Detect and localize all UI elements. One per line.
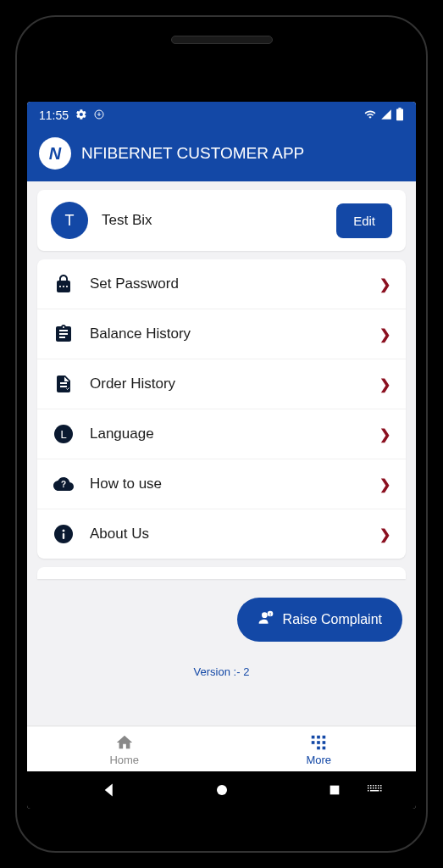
svg-rect-9 — [63, 533, 64, 539]
battery-icon — [396, 108, 404, 124]
chevron-right-icon: ❯ — [379, 526, 390, 542]
home-button[interactable] — [205, 782, 239, 798]
svg-text:?: ? — [61, 480, 66, 489]
svg-point-8 — [63, 530, 65, 532]
svg-rect-18 — [323, 741, 326, 744]
profile-name: Test Bix — [102, 212, 323, 229]
menu-item-set-password[interactable]: Set Password ❯ — [37, 259, 406, 309]
signal-icon — [380, 108, 392, 123]
svg-rect-36 — [370, 790, 379, 792]
svg-rect-26 — [375, 785, 377, 787]
content-area: T Test Bix Edit Set Password ❯ — [27, 181, 416, 726]
svg-rect-28 — [380, 785, 382, 787]
nav-home[interactable]: Home — [27, 726, 222, 771]
menu-label: Order History — [90, 376, 364, 392]
chevron-right-icon: ❯ — [379, 326, 390, 342]
svg-rect-30 — [370, 787, 372, 789]
raise-complaint-button[interactable]: ! Raise Complaint — [237, 598, 402, 642]
more-grid-icon — [309, 733, 328, 752]
status-left: 11:55 — [39, 108, 104, 123]
wifi-icon — [363, 108, 377, 123]
keyboard-button[interactable] — [358, 785, 392, 795]
svg-rect-33 — [378, 787, 379, 789]
status-bar: 11:55 — [27, 102, 416, 129]
screen: 11:55 — [27, 102, 416, 809]
complaint-row: ! Raise Complaint — [37, 587, 406, 643]
recents-button[interactable] — [318, 783, 352, 797]
receipt-icon — [53, 373, 75, 395]
menu-item-balance-history[interactable]: Balance History ❯ — [37, 309, 406, 359]
help-cloud-icon: ? — [53, 473, 75, 495]
svg-rect-17 — [317, 741, 320, 744]
lock-icon — [53, 273, 75, 295]
version-text: Version :- 2 — [37, 652, 406, 687]
phone-frame: 11:55 — [0, 0, 443, 868]
svg-rect-29 — [368, 787, 369, 789]
home-icon — [115, 733, 134, 752]
person-alert-icon: ! — [257, 609, 274, 630]
bottom-nav: Home More — [27, 726, 416, 771]
svg-rect-31 — [373, 787, 374, 789]
system-nav-bar — [27, 771, 416, 809]
menu-item-how-to-use[interactable]: ? How to use ❯ — [37, 459, 406, 509]
svg-rect-27 — [378, 785, 379, 787]
svg-rect-16 — [312, 741, 315, 744]
avatar: T — [51, 202, 88, 239]
app-header: N NFIBERNET CUSTOMER APP — [27, 129, 416, 181]
menu-list: Set Password ❯ Balance History ❯ — [37, 259, 406, 559]
gear-icon — [75, 108, 87, 123]
menu-item-about-us[interactable]: About Us ❯ — [37, 509, 406, 559]
back-button[interactable] — [92, 782, 126, 798]
chevron-right-icon: ❯ — [379, 426, 390, 442]
svg-rect-35 — [368, 790, 369, 792]
svg-rect-14 — [317, 736, 320, 739]
menu-label: Set Password — [90, 275, 364, 292]
svg-rect-20 — [323, 747, 326, 750]
logo-letter: N — [49, 144, 61, 164]
menu-label: Balance History — [90, 326, 364, 342]
menu-label: About Us — [90, 526, 364, 542]
svg-rect-25 — [373, 785, 374, 787]
svg-rect-15 — [323, 736, 326, 739]
svg-rect-23 — [368, 785, 369, 787]
svg-rect-22 — [329, 786, 339, 795]
svg-rect-37 — [380, 790, 382, 792]
phone-inner: 11:55 — [15, 15, 428, 853]
nav-more-label: More — [306, 754, 331, 766]
svg-rect-24 — [370, 785, 372, 787]
svg-rect-34 — [380, 787, 382, 789]
svg-point-21 — [217, 785, 227, 795]
status-right — [363, 108, 404, 124]
nav-more[interactable]: More — [222, 726, 417, 771]
status-time: 11:55 — [39, 108, 69, 122]
svg-point-10 — [262, 612, 268, 618]
menu-item-language[interactable]: L Language ❯ — [37, 409, 406, 459]
profile-card: T Test Bix Edit — [37, 190, 406, 251]
stub-card — [37, 567, 406, 579]
svg-rect-32 — [375, 787, 377, 789]
svg-rect-19 — [317, 747, 320, 750]
svg-rect-2 — [398, 108, 401, 109]
complaint-label: Raise Complaint — [283, 612, 382, 627]
clipboard-icon — [53, 323, 75, 345]
chevron-right-icon: ❯ — [379, 476, 390, 492]
language-icon: L — [53, 423, 75, 445]
menu-item-order-history[interactable]: Order History ❯ — [37, 359, 406, 409]
download-icon — [94, 108, 104, 122]
chevron-right-icon: ❯ — [379, 276, 390, 292]
app-logo: N — [39, 137, 71, 170]
phone-speaker — [171, 36, 273, 44]
svg-text:L: L — [60, 428, 66, 441]
chevron-right-icon: ❯ — [379, 376, 390, 392]
svg-rect-1 — [396, 108, 403, 120]
app-title: NFIBERNET CUSTOMER APP — [81, 144, 304, 163]
menu-label: How to use — [90, 476, 364, 492]
menu-label: Language — [90, 426, 364, 442]
edit-button[interactable]: Edit — [336, 203, 392, 238]
info-icon — [53, 523, 75, 545]
nav-home-label: Home — [109, 754, 139, 766]
svg-rect-13 — [312, 736, 315, 739]
